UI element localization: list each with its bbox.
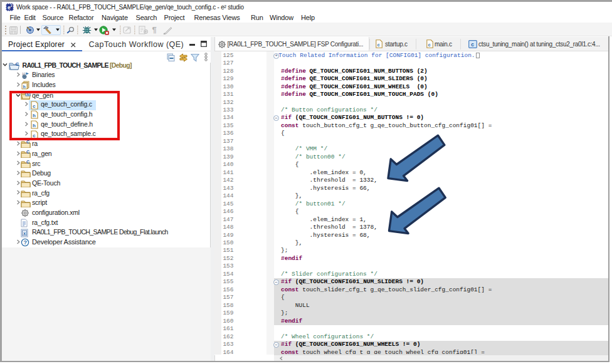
svg-text:c: c	[428, 43, 431, 48]
svg-text:C: C	[26, 150, 29, 154]
svg-text:C: C	[16, 61, 19, 67]
svg-text:c: c	[377, 43, 381, 48]
svg-text:c: c	[471, 41, 474, 47]
svg-text:h: h	[23, 85, 26, 90]
svg-text:?: ?	[24, 239, 28, 246]
svg-text:C: C	[26, 160, 29, 164]
svg-text:10: 10	[22, 71, 26, 75]
svg-text:C: C	[26, 140, 29, 144]
